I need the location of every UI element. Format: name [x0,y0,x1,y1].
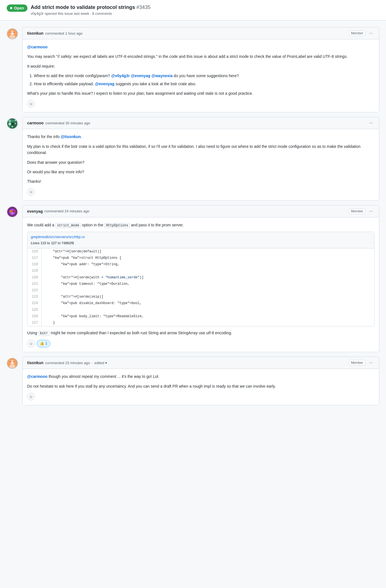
comment-body-4: @carmooo though you almost repeat my com… [23,369,379,405]
line-number: 127 [27,320,41,326]
chevron-down-icon: ▾ [105,361,107,365]
issue-meta: v0y4g3r opened this issue last week · 8 … [31,11,379,16]
thumbsup-reaction[interactable]: 👍 1 [37,340,50,347]
header-right-4: Member ··· [349,360,375,366]
svg-rect-6 [9,120,11,122]
member-badge-1: Member [349,30,365,36]
svg-point-24 [13,361,15,362]
comment-box-1: tisonkun commented 1 hour ago Member ···… [22,27,379,112]
avatar-tisonkun-1 [7,28,18,39]
edited-label: · [92,361,93,365]
line-number: 119 [27,268,41,274]
body-para-3: What's your plan to handle this issue? I… [27,90,375,96]
svg-rect-13 [11,126,13,127]
table-row: 120 "attr">#[serde(with = "humantime_ser… [27,274,374,281]
emoji-row-4: ☺ [27,393,375,400]
emoji-button-2[interactable]: ☺ [27,188,35,196]
comment-header-4: tisonkun commented 23 minutes ago · edit… [23,357,379,369]
svg-point-2 [9,35,15,39]
body-c2-p3: Does that answer your question? [27,159,375,165]
svg-point-18 [13,210,15,212]
code-reference-3: greptimedb/src/servers/src/http.rs Lines… [27,232,375,326]
line-code: "attr">#[serde(skip)] [41,294,374,300]
header-right-1: Member ··· [349,30,375,36]
svg-point-17 [10,210,12,212]
line-number: 123 [27,294,41,300]
comment-time-4: commented 23 minutes ago [45,361,90,365]
commenter-name-3[interactable]: evenyag [27,209,43,214]
svg-rect-7 [11,120,14,122]
comment-header-2: carmooo commented 30 minutes ago ··· [23,117,379,129]
body-para-2: It would require: [27,63,375,69]
more-menu-1[interactable]: ··· [368,30,375,36]
line-number: 126 [27,313,41,320]
emoji-button-3[interactable]: ☺ [27,340,35,347]
code-table: 116 "attr">#[serde(default)] 117 "kw">pu… [27,248,374,326]
body-c4-p1: @carmooo though you almost repeat my com… [27,373,375,380]
list-item-1: Where to add the strict mode config/para… [34,73,375,79]
table-row: 127 } [27,320,374,326]
body-para-1: You may search "// safety: we expect all… [27,53,375,60]
body-c2-p5: Thanks! [27,178,375,184]
more-menu-2[interactable]: ··· [368,120,375,126]
commenter-name-4[interactable]: tisonkun [27,361,43,365]
body-c2-p4: Or would you like any more info? [27,169,375,175]
emoji-row-2: ☺ [27,188,375,196]
comment-box-2: carmooo commented 30 minutes ago ··· Tha… [22,117,379,200]
more-menu-4[interactable]: ··· [368,360,375,366]
inline-bstr: bstr [38,331,50,336]
open-badge: Open [7,4,27,12]
line-code: "kw">pub "kw">struct HttpOptions { [41,255,374,261]
emoji-button-1[interactable]: ☺ [27,100,35,108]
line-number: 120 [27,274,41,281]
table-row: 119 [27,268,374,274]
svg-point-4 [13,32,15,33]
avatar-col-2 [7,117,20,129]
comment-header-1: tisonkun commented 1 hour ago Member ··· [23,27,379,39]
line-code [41,268,374,274]
inline-code-httpoptions: HttpOptions [104,223,130,228]
more-menu-3[interactable]: ··· [368,208,375,214]
line-number: 116 [27,248,41,255]
line-code: "kw">pub timeout: "type">Duration, [41,281,374,287]
commenter-name-2[interactable]: carmooo [27,121,44,125]
list-item-2: How to efficiently validate payload. @ev… [34,81,375,87]
line-code: "attr">#[serde(default)] [41,248,374,255]
comment-time-1: commented 1 hour ago [45,31,83,35]
emoji-button-4[interactable]: ☺ [27,393,35,400]
member-badge-4: Member [349,360,365,366]
table-row: 126 "kw">pub body_limit: "type">Readable… [27,313,374,320]
body-c2-p2: My plan is to check if the bstr crate is… [27,143,375,156]
issue-title: Add strict mode to validate protocol str… [31,4,379,10]
avatar-col-3 [7,205,20,217]
comment-wrapper-2: carmooo commented 30 minutes ago ··· Tha… [7,117,379,200]
line-number: 122 [27,287,41,294]
code-ref-link[interactable]: greptimedb/src/servers/src/http.rs [31,235,85,239]
svg-rect-12 [9,126,10,127]
comment-wrapper-3: evenyag commented 24 minutes ago Member … [7,205,379,352]
issue-number: #3435 [136,4,150,10]
avatar-carmooo-2 [7,118,18,129]
member-badge-3: Member [349,208,365,214]
body-c3-text-2: option in the [82,223,104,227]
svg-point-23 [10,361,11,362]
body-para-0: @carmooo [27,44,375,50]
body-list-1: Where to add the strict mode config/para… [27,73,375,87]
line-number: 118 [27,261,41,268]
comment-header-left-2: carmooo commented 30 minutes ago [27,121,368,125]
inline-code-strict: strict_mode [55,223,81,228]
table-row: 122 [27,287,374,294]
header-right-3: Member ··· [349,208,375,214]
line-code: "kw">pub disable_dashboard: "type">bool, [41,300,374,307]
comment-header-left-4: tisonkun commented 23 minutes ago · edit… [27,361,349,365]
comment-box-4: tisonkun commented 23 minutes ago · edit… [22,357,379,405]
emoji-row-3: ☺ 👍 1 [27,340,375,347]
svg-point-19 [11,212,13,214]
comment-wrapper-4: tisonkun commented 23 minutes ago · edit… [7,357,379,405]
table-row: 116 "attr">#[serde(default)] [27,248,374,255]
edited-dropdown[interactable]: edited ▾ [94,361,107,365]
comment-time-3: commented 24 minutes ago [44,209,89,213]
commenter-name-1[interactable]: tisonkun [27,31,43,35]
table-row: 125 [27,307,374,313]
comment-header-3: evenyag commented 24 minutes ago Member … [23,205,379,217]
